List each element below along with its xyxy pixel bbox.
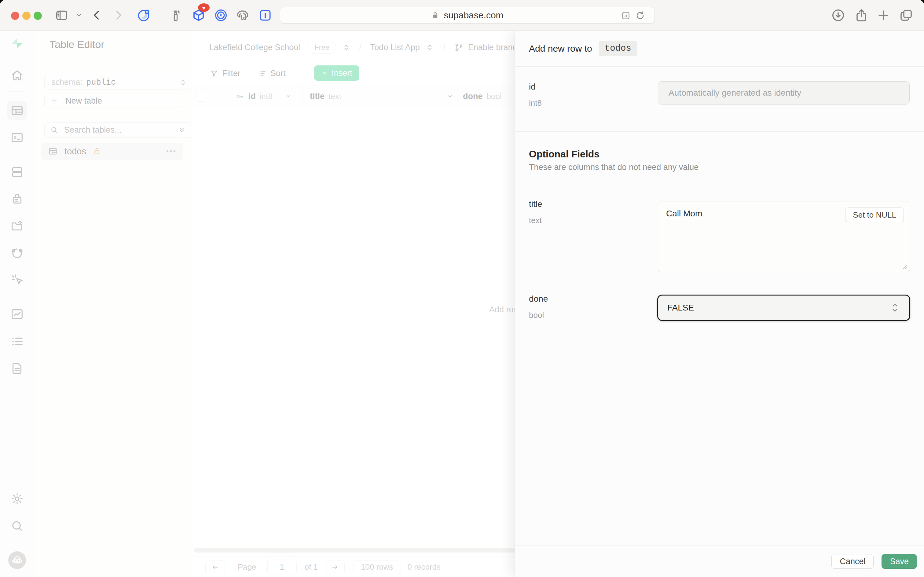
chevron-down-icon[interactable] [285,92,292,100]
safari-window: ♥ I supabase.com a [0,0,924,577]
user-avatar[interactable] [8,551,26,569]
sidebar-item-authentication[interactable] [10,191,24,206]
column-border [231,86,231,106]
next-page-button[interactable] [325,560,344,574]
page-number-input[interactable] [267,559,297,575]
search-tables-input[interactable] [64,125,156,135]
column-header-title[interactable]: title text [310,86,454,106]
table-item-menu[interactable]: ••• [166,147,177,156]
enable-branch-button[interactable]: Enable branch [468,43,521,52]
sidebar-item-reports[interactable] [10,307,24,321]
cleaner-extension-icon[interactable] [169,0,182,31]
breadcrumb-project[interactable]: Todo List App [370,43,420,52]
sidebar-item-database[interactable] [10,165,24,179]
new-table-button[interactable]: New table [44,94,180,108]
chevron-down-icon [321,69,328,77]
filter-button[interactable]: Filter [210,69,240,78]
id-input[interactable] [658,81,910,105]
schema-select[interactable]: schema: public [44,75,194,90]
sidebar-item-sql-editor[interactable] [10,130,24,145]
optional-fields-subheading: These are columns that do not need any v… [529,163,699,172]
sidebar-item-edge-functions[interactable] [10,246,24,260]
settings-gear-icon[interactable] [10,492,24,506]
primary-key-icon [235,92,245,101]
onepassword-extension-icon[interactable] [214,0,228,31]
lock-icon [431,10,439,20]
elephant-extension-icon[interactable] [236,0,251,31]
field-label-done: done [529,294,548,304]
column-header-done[interactable]: done bool [463,86,502,106]
page-label: Page [238,562,256,572]
resize-handle-icon[interactable] [901,263,908,269]
moon-pause-extension-icon[interactable] [137,0,151,31]
minimize-window-button[interactable] [22,11,31,20]
sidebar-item-table-editor[interactable] [7,101,27,121]
breadcrumb: Lakefield College School Free / Todo Lis… [209,31,521,64]
rail-divider [8,91,26,92]
sidebar-item-api-docs[interactable] [10,361,24,376]
prev-page-button[interactable] [205,560,225,574]
field-type-id: int8 [529,98,542,108]
search-icon [50,126,58,134]
field-label-title: title [529,199,542,209]
tab-group-chevron-icon[interactable] [74,0,84,31]
browser-toolbar: ♥ I supabase.com a [0,0,924,31]
title-textarea-wrap: Call Mom Set to NULL [658,201,910,272]
instapaper-extension-icon[interactable]: I [258,0,272,31]
new-tab-icon[interactable] [876,0,891,31]
sidebar-item-realtime[interactable] [10,272,24,287]
chevrons-up-down-icon[interactable] [341,43,351,52]
chevron-down-icon[interactable] [446,92,454,100]
plan-badge: Free [308,41,336,54]
sidebar-toggle-icon[interactable] [55,0,69,31]
zoom-window-button[interactable] [34,11,42,20]
panel-divider [34,62,192,62]
select-all-checkbox[interactable] [196,91,206,102]
save-button[interactable]: Save [882,554,917,569]
chevrons-up-down-icon[interactable] [425,43,435,52]
breadcrumb-org[interactable]: Lakefield College School [209,43,300,52]
reload-icon[interactable] [635,10,646,21]
address-bar[interactable]: supabase.com a [280,7,655,24]
downloads-icon[interactable] [831,0,845,31]
search-tables-box[interactable] [44,122,192,137]
search-icon[interactable] [10,519,24,533]
sort-label: Sort [270,69,286,78]
add-row-drawer: Add new row to todos id int8 Optional Fi… [515,31,924,577]
translate-icon[interactable]: a [621,11,631,21]
column-border [302,86,303,106]
sidebar-item-logs[interactable] [10,334,24,349]
set-to-null-button[interactable]: Set to NULL [845,208,904,222]
field-label-id: id [529,82,536,92]
breadcrumb-separator: / [359,42,362,53]
supabase-app: Table Editor schema: public New table to… [0,31,924,577]
filter-icon [210,69,219,78]
cancel-button[interactable]: Cancel [831,554,874,569]
back-icon[interactable] [90,0,103,31]
done-select[interactable]: FALSE [657,295,910,321]
arrow-right-icon [331,563,339,571]
sort-button[interactable]: Sort [258,69,286,78]
column-border [457,86,457,106]
tab-overview-icon[interactable] [899,0,913,31]
done-select-value: FALSE [667,303,694,313]
plus-icon [50,97,58,105]
chevrons-up-down-icon [179,78,187,87]
forward-icon[interactable] [112,0,125,31]
insert-button[interactable]: Insert [314,65,359,81]
close-window-button[interactable] [11,11,19,20]
rows-per-page-button[interactable]: 100 rows [353,560,401,574]
chevrons-up-down-icon [890,301,900,314]
drawer-footer: Cancel Save [515,546,924,577]
share-icon[interactable] [854,0,869,31]
field-type-done: bool [529,311,544,320]
horizontal-scrollbar[interactable] [194,548,516,553]
supabase-logo[interactable] [10,36,24,51]
arrow-left-icon [211,563,219,571]
toolbar-divider [303,66,303,81]
table-list-item-todos[interactable]: todos ••• [41,143,184,160]
sidebar-item-home[interactable] [10,68,24,83]
sidebar-item-storage[interactable] [10,219,24,233]
column-header-id[interactable]: id int8 [235,86,292,106]
package-heart-extension-icon[interactable]: ♥ [191,0,206,31]
